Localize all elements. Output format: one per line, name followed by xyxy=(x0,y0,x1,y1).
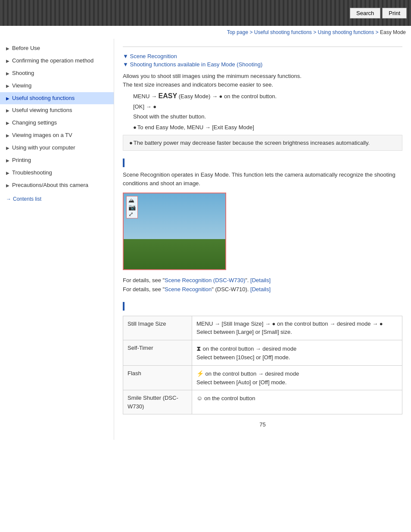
page-number: 75 xyxy=(123,414,402,431)
scene-recognition-link[interactable]: Scene Recognition xyxy=(123,53,402,59)
arrow-icon: ▶ xyxy=(6,158,9,163)
breadcrumb-using[interactable]: Using shooting functions xyxy=(318,29,374,35)
top-divider xyxy=(123,47,402,47)
sidebar-label: Viewing xyxy=(12,82,31,90)
sidebar-item-confirming[interactable]: ▶ Confirming the operation method xyxy=(0,55,114,67)
sidebar-label: Useful shooting functions xyxy=(12,95,75,102)
arrow-right-icon: → xyxy=(6,196,11,202)
sidebar-label: Precautions/About this camera xyxy=(12,182,88,189)
sidebar-label: Confirming the operation method xyxy=(12,57,93,65)
search-button[interactable]: Search xyxy=(350,8,380,19)
arrow-icon: ▶ xyxy=(6,58,9,64)
arrow-icon: ▶ xyxy=(6,183,9,188)
sidebar-label: Viewing images on a TV xyxy=(12,132,72,139)
breadcrumb-current: Easy Mode xyxy=(380,29,406,35)
scene-recognition-section-bar xyxy=(123,159,402,167)
table-cell-value: MENU → [Still Image Size] → ● on the con… xyxy=(192,316,402,340)
table-cell-value: ⚡ on the control button → desired mode S… xyxy=(192,365,402,390)
menu-instruction-1: MENU → EASY (Easy Mode) → ● on the contr… xyxy=(133,92,402,100)
shooting-functions-link[interactable]: Shooting functions available in Easy Mod… xyxy=(123,61,402,68)
camera-icon: 📷 xyxy=(128,204,136,210)
arrow-icon: ▶ xyxy=(6,71,9,76)
details-link-1[interactable]: [Details] xyxy=(250,277,271,283)
details-link-2[interactable]: [Details] xyxy=(250,286,271,292)
camera-preview-image: ⛰ 📷 ⤢ xyxy=(123,193,226,270)
arrow-icon: ▶ xyxy=(6,108,9,113)
header-buttons: Search Print xyxy=(350,8,407,19)
sidebar-label: Shooting xyxy=(12,70,34,77)
table-cell-label: Flash xyxy=(123,365,192,390)
sidebar-label: Troubleshooting xyxy=(12,169,52,177)
functions-table: Still Image Size MENU → [Still Image Siz… xyxy=(123,316,402,415)
contents-link-label: Contents list xyxy=(13,196,41,202)
scene-recognition-w710-link[interactable]: Scene Recognition xyxy=(165,286,212,292)
functions-section-bar xyxy=(123,302,402,311)
main-layout: ▶ Before Use ▶ Confirming the operation … xyxy=(0,39,411,440)
sidebar-item-before-use[interactable]: ▶ Before Use xyxy=(0,42,114,55)
arrows-icon: ⤢ xyxy=(128,211,136,217)
arrow-icon: ▶ xyxy=(6,83,9,89)
shoot-instruction: Shoot with the shutter button. xyxy=(133,113,402,120)
sidebar-item-printing[interactable]: ▶ Printing xyxy=(0,154,114,167)
details-link-row-2: For details, see "Scene Recognition" (DS… xyxy=(123,285,402,294)
arrow-icon: ▶ xyxy=(6,145,9,151)
table-cell-label: Still Image Size xyxy=(123,316,192,340)
arrow-icon: ▶ xyxy=(6,120,9,126)
details-links: For details, see "Scene Recognition (DSC… xyxy=(123,276,402,294)
table-cell-label: Self-Timer xyxy=(123,340,192,365)
table-row: Self-Timer ⧗ on the control button → des… xyxy=(123,340,402,365)
table-cell-label: Smile Shutter (DSC-W730) xyxy=(123,390,192,414)
page-header: Search Print xyxy=(0,0,411,26)
sidebar: ▶ Before Use ▶ Confirming the operation … xyxy=(0,39,114,440)
sidebar-item-shooting[interactable]: ▶ Shooting xyxy=(0,67,114,80)
menu-instruction-2: [OK] → ● xyxy=(133,103,402,110)
info-note: The battery power may decrease faster be… xyxy=(129,140,396,146)
sidebar-label: Using with your computer xyxy=(12,144,75,152)
end-instruction: To end Easy Mode, MENU → [Exit Easy Mode… xyxy=(133,124,402,131)
sidebar-item-computer[interactable]: ▶ Using with your computer xyxy=(0,142,114,154)
sidebar-label: Before Use xyxy=(12,45,40,52)
camera-overlay-icons: ⛰ 📷 ⤢ xyxy=(126,196,138,218)
contents-list-link[interactable]: → Contents list xyxy=(0,192,114,206)
sidebar-label: Printing xyxy=(12,157,31,164)
intro-text: Allows you to shoot still images using t… xyxy=(123,72,402,89)
sidebar-item-changing[interactable]: ▶ Changing settings xyxy=(0,117,114,129)
breadcrumb-top[interactable]: Top page xyxy=(227,29,248,35)
arrow-icon: ▶ xyxy=(6,46,9,51)
breadcrumb-useful[interactable]: Useful shooting functions xyxy=(254,29,312,35)
mountain-icon: ⛰ xyxy=(128,197,136,203)
sidebar-label: Changing settings xyxy=(12,119,57,127)
table-row: Still Image Size MENU → [Still Image Siz… xyxy=(123,316,402,340)
scene-recognition-w730-link[interactable]: Scene Recognition (DSC-W730) xyxy=(165,277,245,283)
sidebar-item-useful-shooting[interactable]: ▶ Useful shooting functions xyxy=(0,92,114,105)
details-link-row-1: For details, see "Scene Recognition (DSC… xyxy=(123,276,402,285)
info-box: The battery power may decrease faster be… xyxy=(123,135,402,151)
scene-desc: Scene Recognition operates in Easy Mode.… xyxy=(123,171,402,187)
sidebar-item-viewing[interactable]: ▶ Viewing xyxy=(0,80,114,92)
breadcrumb: Top page > Useful shooting functions > U… xyxy=(0,26,411,39)
content-area: Scene Recognition Shooting functions ava… xyxy=(114,39,411,440)
table-cell-value: ☺ on the control button xyxy=(192,390,402,414)
table-cell-value: ⧗ on the control button → desired mode S… xyxy=(192,340,402,365)
arrow-icon: ▶ xyxy=(6,170,9,176)
sidebar-item-precautions[interactable]: ▶ Precautions/About this camera xyxy=(0,179,114,192)
arrow-icon: ▶ xyxy=(6,96,9,101)
table-row: Flash ⚡ on the control button → desired … xyxy=(123,365,402,390)
sidebar-item-troubleshooting[interactable]: ▶ Troubleshooting xyxy=(0,167,114,179)
sidebar-item-useful-viewing[interactable]: ▶ Useful viewing functions xyxy=(0,104,114,117)
sky-background xyxy=(124,193,225,239)
field-background xyxy=(124,239,225,269)
sidebar-label: Useful viewing functions xyxy=(12,107,72,114)
table-row: Smile Shutter (DSC-W730) ☺ on the contro… xyxy=(123,390,402,414)
arrow-icon: ▶ xyxy=(6,133,9,138)
print-button[interactable]: Print xyxy=(382,8,407,19)
sidebar-item-viewing-tv[interactable]: ▶ Viewing images on a TV xyxy=(0,129,114,142)
